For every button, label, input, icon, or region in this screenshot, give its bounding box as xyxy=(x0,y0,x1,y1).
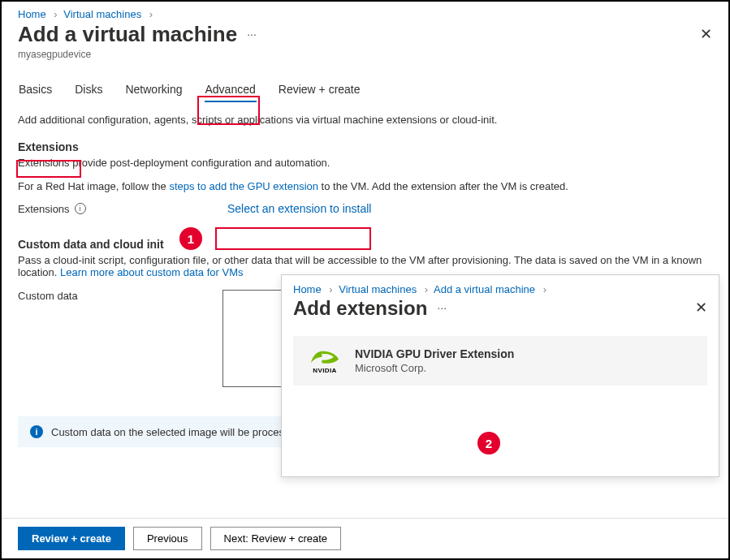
extensions-heading: Extensions xyxy=(18,140,712,153)
info-icon: i xyxy=(30,425,43,438)
overlay-breadcrumb: Home › Virtual machines › Add a virtual … xyxy=(282,275,719,295)
breadcrumb-virtual-machines[interactable]: Virtual machines xyxy=(63,8,141,20)
redhat-post: to the VM. Add the extension after the V… xyxy=(318,180,568,192)
overlay-close-icon[interactable]: ✕ xyxy=(695,299,707,317)
custom-data-heading: Custom data and cloud init xyxy=(18,238,712,251)
overlay-breadcrumb-home[interactable]: Home xyxy=(293,283,322,295)
add-extension-panel: Home › Virtual machines › Add a virtual … xyxy=(281,274,719,477)
overlay-title: Add extension xyxy=(293,297,427,320)
redhat-pre: For a Red Hat image, follow the xyxy=(18,180,169,192)
chevron-right-icon: › xyxy=(425,283,428,295)
nvidia-eye-icon xyxy=(309,348,341,366)
chevron-right-icon: › xyxy=(543,283,546,295)
chevron-right-icon: › xyxy=(329,283,332,295)
extension-name: NVIDIA GPU Driver Extension xyxy=(355,347,514,360)
info-icon[interactable]: i xyxy=(75,203,86,214)
review-create-button[interactable]: Review + create xyxy=(18,527,125,550)
extension-card-nvidia[interactable]: NVIDIA NVIDIA GPU Driver Extension Micro… xyxy=(293,336,707,386)
overlay-more-actions[interactable]: ··· xyxy=(437,301,447,314)
page-title: Add a virtual machine xyxy=(18,22,237,47)
tab-networking[interactable]: Networking xyxy=(124,83,183,102)
gpu-extension-steps-link[interactable]: steps to add the GPU extension xyxy=(169,180,318,192)
custom-data-row-label: Custom data xyxy=(18,290,78,302)
overlay-breadcrumb-add-vm[interactable]: Add a virtual machine xyxy=(434,283,535,295)
tab-advanced[interactable]: Advanced xyxy=(205,83,257,102)
breadcrumb-home[interactable]: Home xyxy=(18,8,46,20)
resource-name: myasegpudevice xyxy=(2,49,728,60)
tab-description: Add additional configuration, agents, sc… xyxy=(18,114,712,126)
select-extension-link[interactable]: Select an extension to install xyxy=(222,200,376,217)
next-button[interactable]: Next: Review + create xyxy=(210,527,342,550)
learn-more-custom-data-link[interactable]: Learn more about custom data for VMs xyxy=(60,266,243,278)
nvidia-logo-text: NVIDIA xyxy=(313,367,337,374)
chevron-right-icon: › xyxy=(54,8,57,20)
footer-bar: Review + create Previous Next: Review + … xyxy=(2,518,728,558)
close-icon[interactable]: ✕ xyxy=(700,25,712,43)
tab-review-create[interactable]: Review + create xyxy=(278,83,361,102)
breadcrumb: Home › Virtual machines › xyxy=(2,2,728,20)
chevron-right-icon: › xyxy=(149,8,153,20)
overlay-breadcrumb-vms[interactable]: Virtual machines xyxy=(339,283,417,295)
more-actions-button[interactable]: ··· xyxy=(247,28,257,41)
previous-button[interactable]: Previous xyxy=(133,527,202,550)
redhat-note: For a Red Hat image, follow the steps to… xyxy=(18,180,712,192)
tab-disks[interactable]: Disks xyxy=(74,83,103,102)
tab-basics[interactable]: Basics xyxy=(18,83,53,102)
tabs: Basics Disks Networking Advanced Review … xyxy=(2,60,728,102)
nvidia-logo: NVIDIA xyxy=(306,348,343,374)
extensions-subtext: Extensions provide post-deployment confi… xyxy=(18,157,712,169)
extension-publisher: Microsoft Corp. xyxy=(355,362,514,374)
extensions-row-label: Extensions xyxy=(18,203,70,215)
